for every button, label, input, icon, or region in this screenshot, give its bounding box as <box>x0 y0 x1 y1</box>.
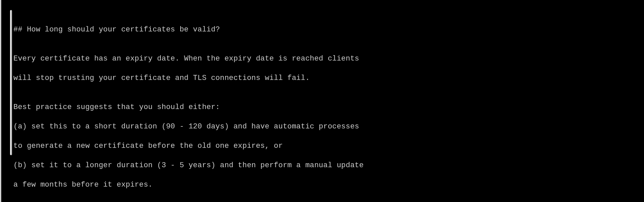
terminal-text-line: (a) set this to a short duration (90 - 1… <box>13 122 422 131</box>
terminal-heading: ## How long should your certificates be … <box>13 25 422 34</box>
terminal-text-line: to generate a new certificate before the… <box>13 141 422 151</box>
window-left-bevel <box>0 0 1 202</box>
terminal-text-line: Every certificate has an expiry date. Wh… <box>13 54 422 64</box>
terminal-text-line: Best practice suggests that you should e… <box>13 102 422 112</box>
window-inner-left-bevel <box>10 10 12 155</box>
terminal-text-line: will stop trusting your certificate and … <box>13 73 422 83</box>
terminal-output[interactable]: ## How long should your certificates be … <box>13 15 422 202</box>
terminal-text-line: (b) set it to a longer duration (3 - 5 y… <box>13 161 422 170</box>
terminal-text-line: a few months before it expires. <box>13 180 422 190</box>
